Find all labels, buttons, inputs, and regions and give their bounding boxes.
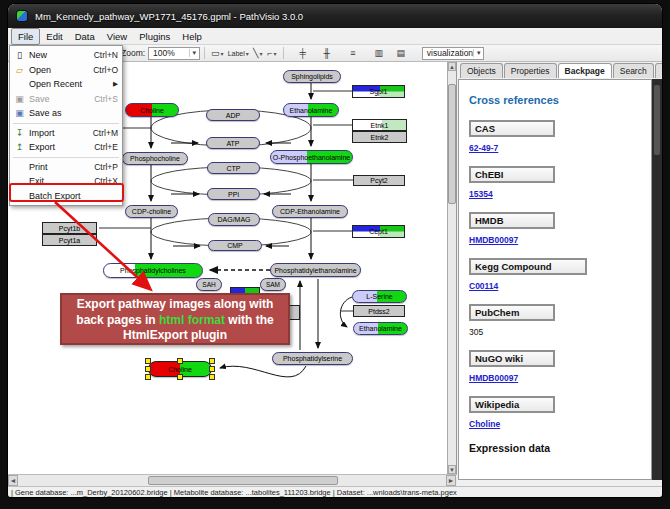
xref-link-kegg[interactable]: C00114: [469, 281, 498, 291]
common-width-button[interactable]: ▥: [372, 47, 386, 60]
node-ethanolamine-lower[interactable]: Ethanolamine: [353, 322, 408, 335]
node-dag-mag[interactable]: DAG/MAG: [208, 213, 260, 226]
common-height-button[interactable]: ▤: [394, 47, 408, 60]
node-sah[interactable]: SAH: [196, 278, 222, 291]
gene-pcyt2[interactable]: Pcyt2: [353, 175, 405, 186]
xref-section-wikipedia: Wikipedia Choline: [469, 396, 651, 431]
gene-sgpl1[interactable]: Sgpl1: [352, 85, 405, 98]
node-sam[interactable]: SAM: [260, 278, 286, 291]
cross-references-heading: Cross references: [469, 94, 651, 106]
canvas-horizontal-scrollbar[interactable]: ◄ ►: [8, 474, 457, 486]
menu-item-save-as[interactable]: ▣Save as: [10, 106, 122, 121]
xref-link-hmdb[interactable]: HMDB00097: [469, 235, 518, 245]
zoom-combo[interactable]: 100% ▾: [148, 47, 200, 60]
menu-item-open[interactable]: ▱OpenCtrl+O: [10, 63, 122, 78]
xref-header: PubChem: [469, 304, 555, 321]
resize-handle[interactable]: [145, 366, 151, 372]
node-phosphatidylcholines[interactable]: Phosphatidylcholines: [103, 263, 203, 278]
label-icon: Label: [228, 50, 245, 57]
node-atp[interactable]: ATP: [206, 137, 260, 149]
resize-handle[interactable]: [209, 374, 215, 380]
node-phosphocholine[interactable]: Phosphocholine: [122, 152, 188, 165]
node-ethanolamine-top[interactable]: Ethanolamine: [283, 103, 339, 117]
common-width-icon: ▥: [375, 48, 384, 58]
node-phosphatidylserine[interactable]: Phosphatidylserine: [272, 352, 353, 365]
zoom-label: Zoom:: [121, 48, 145, 58]
node-adp[interactable]: ADP: [206, 109, 260, 121]
menu-view[interactable]: View: [101, 29, 133, 44]
visualization-dropdown-icon[interactable]: ▾: [473, 49, 484, 57]
menu-edit[interactable]: Edit: [40, 29, 68, 44]
panel-vertical-scrollbar[interactable]: [652, 79, 662, 480]
scroll-left-icon[interactable]: ◄: [8, 475, 18, 486]
visualization-combo[interactable]: visualization ▾: [422, 47, 484, 60]
export-icon: ↥: [13, 142, 26, 152]
gene-ptdss2[interactable]: Ptdss2: [353, 305, 405, 317]
node-ctp[interactable]: CTP: [207, 162, 260, 174]
menu-help[interactable]: Help: [176, 29, 208, 44]
menu-bar: File Edit Data View Plugins Help: [8, 28, 662, 45]
scroll-up-icon[interactable]: ▲: [448, 62, 456, 71]
xref-link-cas[interactable]: 62-49-7: [469, 143, 498, 153]
distribute-button[interactable]: ≡: [346, 47, 360, 60]
menu-item-label: Open Recent: [26, 79, 113, 89]
zoom-dropdown-icon[interactable]: ▾: [189, 49, 200, 57]
align-center-y-button[interactable]: ╫: [320, 47, 334, 60]
draw-connector-button[interactable]: ⌐▾: [265, 47, 279, 60]
gene-pcyt1b[interactable]: Pcyt1b: [42, 222, 97, 234]
gene-etnk2[interactable]: Etnk2: [352, 131, 407, 143]
chevron-down-icon: ▾: [273, 50, 276, 57]
node-l-serine[interactable]: L-Serine: [352, 290, 407, 303]
resize-handle[interactable]: [177, 374, 183, 380]
chevron-down-icon: ▾: [221, 50, 224, 57]
tab-legend[interactable]: Legend: [655, 63, 662, 78]
menu-plugins[interactable]: Plugins: [133, 29, 176, 44]
title-bar[interactable]: Mm_Kennedy_pathway_WP1771_45176.gpml - P…: [8, 4, 662, 28]
scrollbar-thumb[interactable]: [448, 84, 456, 204]
node-phosphatidylethanolamine[interactable]: Phosphatidylethanolamine: [270, 263, 361, 277]
menu-item-save[interactable]: ▣SaveCtrl+S: [10, 92, 122, 107]
node-sphingolipids[interactable]: Sphingolipids: [283, 70, 341, 83]
draw-line-button[interactable]: ╲▾: [251, 47, 265, 60]
menu-item-export[interactable]: ↥ExportCtrl+E: [10, 140, 122, 155]
gene-cept1[interactable]: Cept1: [352, 225, 405, 238]
scrollbar-thumb[interactable]: [148, 476, 338, 485]
tab-backpage[interactable]: Backpage: [558, 63, 612, 78]
canvas-vertical-scrollbar[interactable]: ▲ ▼: [448, 62, 457, 474]
menu-item-print[interactable]: PrintCtrl+P: [10, 160, 122, 175]
node-cmp[interactable]: CMP: [208, 240, 262, 251]
xref-link-wikipedia[interactable]: Choline: [469, 419, 500, 429]
tab-properties[interactable]: Properties: [504, 63, 557, 78]
node-choline-top[interactable]: Choline: [125, 103, 179, 117]
gene-etnk1[interactable]: Etnk1: [352, 119, 407, 131]
node-cdp-choline[interactable]: CDP-choline: [125, 205, 178, 218]
add-datanode-button[interactable]: ▭▾: [209, 47, 226, 60]
xref-link-chebi[interactable]: 15354: [469, 189, 493, 199]
resize-handle[interactable]: [145, 358, 151, 364]
scroll-right-icon[interactable]: ►: [446, 475, 456, 486]
menu-item-new[interactable]: ▯NewCtrl+N: [10, 48, 122, 63]
tab-objects[interactable]: Objects: [460, 63, 503, 78]
batch-export-highlight-box: [9, 183, 124, 202]
add-label-button[interactable]: Label▾: [226, 47, 251, 60]
scroll-down-icon[interactable]: ▼: [448, 465, 456, 474]
menu-data[interactable]: Data: [69, 29, 101, 44]
gene-pcyt1a[interactable]: Pcyt1a: [42, 234, 97, 246]
menu-shortcut: Ctrl+E: [94, 142, 118, 152]
menu-item-import[interactable]: ↧ImportCtrl+M: [10, 126, 122, 141]
resize-handle[interactable]: [209, 358, 215, 364]
scrollbar-thumb[interactable]: [654, 85, 660, 155]
menu-shortcut: Ctrl+N: [94, 50, 118, 60]
xref-section-nugo: NuGO wiki HMDB00097: [469, 350, 651, 385]
menu-file[interactable]: File: [11, 28, 40, 45]
node-ppi[interactable]: PPi: [207, 188, 260, 200]
align-center-x-button[interactable]: ╪: [296, 47, 310, 60]
resize-handle[interactable]: [209, 366, 215, 372]
menu-item-open-recent[interactable]: Open Recent▶: [10, 77, 122, 92]
node-cdp-ethanolamine[interactable]: CDP-Ethanolamine: [272, 205, 348, 218]
node-o-phosphoethanolamine[interactable]: O-Phosphoethanolamine: [270, 150, 353, 164]
xref-link-nugo[interactable]: HMDB00097: [469, 373, 518, 383]
tab-search[interactable]: Search: [613, 63, 654, 78]
resize-handle[interactable]: [145, 374, 151, 380]
resize-handle[interactable]: [177, 358, 183, 364]
